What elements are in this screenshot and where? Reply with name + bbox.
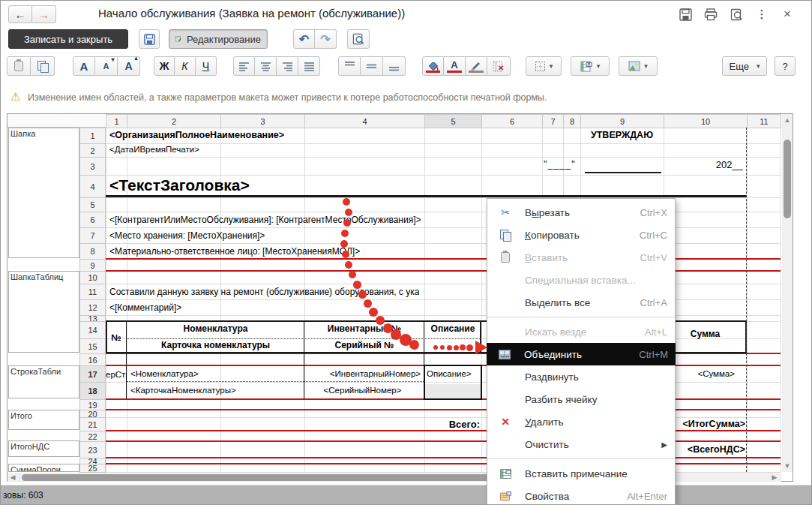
more-button[interactable]: Еще▾ bbox=[722, 56, 767, 76]
copy-button[interactable] bbox=[31, 56, 55, 76]
scroll-down-arrow[interactable]: ▼ bbox=[782, 461, 793, 470]
cell-h-inv[interactable]: Инвентарный № bbox=[304, 323, 424, 334]
column-header-6[interactable]: 6 bbox=[481, 114, 543, 128]
cell-h-sum[interactable]: Сумма bbox=[664, 329, 747, 339]
row-header-12[interactable]: 12 bbox=[79, 299, 106, 316]
help-button[interactable]: ? bbox=[775, 56, 796, 76]
row-header-4[interactable]: 4 bbox=[79, 175, 106, 198]
bold-button[interactable]: Ж bbox=[154, 56, 175, 76]
cell-print-datetime[interactable]: <ДатаИВремяПечати> bbox=[109, 145, 199, 154]
menu-item-split-cell[interactable]: Разбить ячейку bbox=[487, 388, 675, 410]
cell-rownum-frag[interactable]: ерСтр bbox=[106, 370, 127, 379]
row-header-7[interactable]: 7 bbox=[79, 227, 106, 244]
align-left-button[interactable] bbox=[233, 56, 255, 76]
column-header-1[interactable]: 1 bbox=[106, 114, 127, 128]
cell-inv[interactable]: <ИнвентарныйНомер> bbox=[304, 369, 421, 378]
row-header-10[interactable]: 10 bbox=[79, 271, 106, 284]
save-close-button[interactable]: Записать и закрыть bbox=[8, 29, 128, 49]
align-center-button[interactable] bbox=[255, 56, 277, 76]
menu-item-paste-special[interactable]: Специальная вставка... bbox=[487, 269, 675, 291]
valign-bottom-button[interactable] bbox=[383, 56, 406, 76]
row-header-9[interactable]: 9 bbox=[79, 259, 106, 272]
selected-cell[interactable] bbox=[424, 365, 482, 400]
row-header-6[interactable]: 6 bbox=[79, 212, 106, 228]
menu-item-search-everywhere[interactable]: Искать везде Alt+L bbox=[487, 320, 675, 343]
row-header-14[interactable]: 14 bbox=[79, 321, 106, 339]
close-icon[interactable]: × bbox=[778, 6, 797, 23]
row-header-23[interactable]: 23 bbox=[79, 441, 106, 458]
menu-item-spread[interactable]: Раздвинуть bbox=[487, 365, 675, 388]
section-label-5[interactable]: ИтогоНДС bbox=[8, 440, 79, 457]
column-header-3[interactable]: 3 bbox=[220, 114, 305, 128]
align-justify-button[interactable] bbox=[298, 56, 320, 76]
menu-item-clear[interactable]: Очистить ▶ bbox=[487, 433, 675, 455]
row-header-16[interactable]: 16 bbox=[79, 353, 106, 366]
menu-item-insert-note[interactable]: Вставить примечание bbox=[487, 462, 675, 485]
section-label-4[interactable]: Итого bbox=[8, 410, 79, 430]
section-label-3[interactable]: СтрокаТабли bbox=[8, 365, 79, 398]
cell-h-card[interactable]: Карточка номенклатуры bbox=[127, 340, 304, 350]
valign-middle-button[interactable] bbox=[361, 56, 383, 76]
cell-counterparty[interactable]: <[КонтрагентИлиМестоОбслуживания]: [Конт… bbox=[109, 215, 421, 225]
save-window-icon[interactable] bbox=[676, 6, 695, 23]
print-preview-button[interactable] bbox=[347, 29, 370, 49]
row-header-22[interactable]: 22 bbox=[79, 431, 106, 442]
underline-button[interactable]: Ч bbox=[196, 56, 217, 76]
section-label-2[interactable]: ШапкаТаблиц bbox=[8, 271, 79, 353]
row-header-3[interactable]: 3 bbox=[79, 157, 106, 176]
paste-button[interactable] bbox=[7, 56, 31, 76]
column-header-5[interactable]: 5 bbox=[424, 114, 482, 128]
row-header-15[interactable]: 15 bbox=[79, 338, 106, 354]
edit-toggle-button[interactable]: Редактирование bbox=[169, 29, 268, 49]
cell-vat-sum[interactable]: <ВсегоНДС> bbox=[664, 444, 745, 455]
row-header-25[interactable]: 25 bbox=[79, 464, 106, 473]
menu-item-paste[interactable]: Вставить Ctrl+V bbox=[487, 246, 675, 269]
valign-top-button[interactable] bbox=[338, 56, 361, 76]
cell-h-num[interactable]: № bbox=[106, 321, 127, 353]
cell-year[interactable]: 202__ bbox=[676, 159, 743, 170]
cell-comment[interactable]: <[Комментарий]> bbox=[109, 302, 181, 313]
scroll-right-arrow[interactable]: ▶ bbox=[770, 473, 779, 482]
back-button[interactable]: ← bbox=[8, 5, 32, 23]
cell-card[interactable]: <КарточкаНоменклатуры> bbox=[130, 386, 236, 395]
cell-storage[interactable]: <Место хранения: [МестоХранения]> bbox=[109, 230, 265, 241]
menu-item-select-all[interactable]: Выделить все Ctrl+A bbox=[487, 291, 675, 314]
cell-serial[interactable]: <СерийныйНомер> bbox=[304, 386, 421, 395]
column-header-11[interactable]: 11 bbox=[747, 114, 781, 128]
row-header-18[interactable]: 18 bbox=[79, 382, 106, 400]
font-smaller-button[interactable]: A▾ bbox=[95, 56, 118, 76]
scroll-left-arrow[interactable]: ◀ bbox=[8, 473, 17, 482]
borders-dropdown[interactable]: ▾ bbox=[526, 56, 562, 76]
section-label-6[interactable]: СуммаПропи bbox=[8, 464, 79, 472]
picture-dropdown[interactable]: ▾ bbox=[619, 56, 658, 76]
cell-compiled[interactable]: Составили данную заявку на ремонт (обслу… bbox=[109, 287, 419, 297]
column-header-9[interactable]: 9 bbox=[580, 114, 664, 128]
row-header-11[interactable]: 11 bbox=[79, 284, 106, 300]
cell-approve[interactable]: УТВЕРЖДАЮ bbox=[580, 130, 664, 140]
italic-button[interactable]: К bbox=[175, 56, 196, 76]
section-label-1[interactable]: Шапка bbox=[8, 128, 79, 258]
cell-total-sum[interactable]: <ИтогСумма> bbox=[664, 419, 745, 429]
row-header-17[interactable]: 17 bbox=[79, 365, 106, 383]
save-button[interactable] bbox=[139, 29, 160, 49]
row-header-2[interactable]: 2 bbox=[79, 143, 106, 158]
print-icon[interactable] bbox=[701, 6, 721, 23]
row-header-8[interactable]: 8 bbox=[79, 243, 106, 260]
cell-title-text[interactable]: <ТекстЗаголовка> bbox=[109, 176, 250, 194]
forward-button[interactable]: → bbox=[32, 5, 56, 23]
cell-nomen[interactable]: <Номенклатура> bbox=[130, 369, 199, 378]
v-scroll-thumb[interactable] bbox=[784, 140, 791, 218]
preview-icon[interactable] bbox=[727, 6, 746, 23]
font-bigger-button[interactable]: A▴ bbox=[118, 56, 140, 76]
cell-org-name[interactable]: <ОрганизацияПолноеНаименование> bbox=[109, 130, 284, 140]
row-header-21[interactable]: 21 bbox=[79, 417, 106, 431]
align-right-button[interactable] bbox=[277, 56, 298, 76]
scroll-up-arrow[interactable]: ▲ bbox=[782, 116, 793, 125]
column-header-7[interactable]: 7 bbox=[542, 114, 564, 128]
column-header-2[interactable]: 2 bbox=[127, 114, 221, 128]
menu-item-cut[interactable]: ✂ Вырезать Ctrl+X bbox=[487, 201, 675, 224]
menu-item-copy[interactable]: Копировать Ctrl+C bbox=[487, 224, 675, 246]
menu-item-delete[interactable]: ✕ Удалить bbox=[487, 410, 675, 433]
clear-format-button[interactable]: ✕ bbox=[487, 56, 511, 76]
row-header-1[interactable]: 1 bbox=[79, 128, 106, 144]
